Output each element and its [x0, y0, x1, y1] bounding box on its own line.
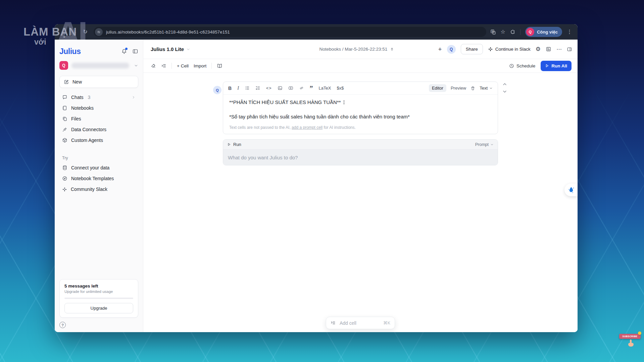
cell-type-dropdown[interactable]: Text	[480, 86, 493, 91]
italic-icon[interactable]: I	[237, 85, 239, 91]
notebook-model-dropdown[interactable]: Julius 1.0 Lite	[151, 46, 190, 52]
sidebar-item-connect-your-data[interactable]: Connect your data	[59, 162, 138, 173]
julius-assistant-tab[interactable]	[564, 184, 578, 196]
prompt-input[interactable]	[228, 155, 493, 160]
workspace-switcher[interactable]: Q	[59, 61, 138, 70]
bell-icon	[638, 331, 641, 335]
try-section-nav: Connect your data Notebook Templates	[59, 162, 138, 195]
text-cell-hint: Text cells are not passed to the AI, add…	[229, 125, 492, 130]
site-info-icon[interactable]	[95, 28, 103, 36]
quote-icon[interactable]: ”	[310, 86, 313, 90]
code-icon[interactable]: <>	[266, 86, 272, 91]
run-all-label: Run All	[551, 63, 567, 68]
address-bar[interactable]: julius.ai/notebooks/6c2d51b1-b218-4d8d-9…	[94, 27, 486, 37]
prompt-type-dropdown[interactable]: Prompt	[475, 142, 494, 147]
new-button[interactable]: New	[59, 76, 138, 88]
list-collapse-icon[interactable]	[161, 63, 166, 68]
chevron-down-icon	[490, 143, 494, 146]
pointing-hand-icon	[628, 340, 634, 347]
extensions-icon[interactable]	[510, 29, 515, 35]
sidebar-item-label: Custom Agents	[71, 138, 103, 143]
back-icon[interactable]: ←	[59, 27, 69, 37]
database-icon	[62, 165, 67, 170]
bookmark-star-icon[interactable]: ☆	[501, 29, 505, 35]
schedule-button[interactable]: Schedule	[509, 63, 535, 68]
notebook-header: Julius 1.0 Lite Notebooks / Mar-5-2026-2…	[143, 40, 578, 59]
julius-app: Julius Q	[55, 40, 578, 332]
add-cell-shortcut: ⌘K	[383, 320, 390, 325]
continue-in-slack-button[interactable]: Continue in Slack	[488, 47, 531, 52]
new-edit-icon	[64, 79, 69, 85]
import-button[interactable]: Import	[194, 63, 206, 68]
prompt-cell: Run Prompt	[223, 139, 498, 165]
sidebar-item-files[interactable]: Files	[59, 113, 138, 124]
sidebar-item-data-connectors[interactable]: Data Connectors	[59, 124, 138, 135]
sidebar-header: Julius	[59, 47, 138, 56]
invite-plus-icon[interactable]: +	[438, 46, 442, 52]
link-icon[interactable]	[299, 86, 304, 91]
preview-tab[interactable]: Preview	[451, 86, 466, 91]
sidebar-item-community-slack[interactable]: Community Slack	[59, 184, 138, 195]
notebook-toolbar: + Cell Import Schedule	[143, 59, 578, 73]
trash-icon[interactable]	[470, 86, 475, 91]
sidebar-item-label: Notebooks	[71, 105, 94, 111]
latex-button[interactable]: LaTeX	[319, 86, 331, 91]
open-book-icon[interactable]	[217, 63, 222, 69]
forward-icon[interactable]: →	[69, 27, 80, 37]
sidebar-item-label: Chats	[71, 95, 84, 100]
workspace-avatar: Q	[59, 61, 68, 70]
help-icon[interactable]: ?	[59, 322, 66, 328]
svg-text:G: G	[492, 30, 493, 32]
notifications-bell-icon[interactable]	[121, 48, 127, 54]
share-button[interactable]: Share	[461, 44, 483, 54]
eraser-icon[interactable]	[151, 63, 156, 68]
image-icon[interactable]	[278, 86, 283, 91]
video-icon[interactable]	[288, 86, 293, 91]
settings-gear-icon[interactable]: ⚙	[536, 46, 541, 52]
reload-icon[interactable]: ↻	[80, 27, 90, 37]
browser-toolbar: ← → ↻ julius.ai/notebooks/6c2d51b1-b218-…	[55, 24, 578, 40]
browser-menu-icon[interactable]: ⋮	[567, 29, 572, 35]
add-cell-toolbar-button[interactable]: + Cell	[177, 63, 189, 68]
notebook-icon	[62, 105, 67, 111]
bold-icon[interactable]: B	[228, 86, 232, 91]
upgrade-button[interactable]: Upgrade	[64, 303, 133, 313]
run-all-button[interactable]: Run All	[541, 61, 572, 71]
more-options-icon[interactable]: ⋯	[556, 47, 562, 52]
bullet-list-icon[interactable]	[245, 86, 250, 91]
sidebar-item-custom-agents[interactable]: Custom Agents	[59, 135, 138, 146]
notebook-title: Julius 1.0 Lite	[151, 46, 184, 52]
run-button[interactable]: Run	[227, 142, 241, 147]
move-cell-down-icon[interactable]	[503, 90, 507, 93]
subscribe-button[interactable]: SUBSCRIBE	[619, 334, 641, 339]
reader-icon[interactable]	[546, 46, 551, 52]
text-cell: B I <>	[223, 82, 498, 134]
inline-math-button[interactable]: $x$	[337, 86, 344, 91]
notebook-canvas: Q B I	[143, 73, 578, 332]
text-cell-editor[interactable]: **PHÂN TÍCH HIỆU SUẤT SALES HÀNG TUẦN** …	[223, 95, 498, 134]
browser-profile-chip[interactable]: Q Công việc	[525, 27, 562, 37]
sidebar-item-chats[interactable]: Chats 3	[59, 92, 138, 103]
numbered-list-icon[interactable]	[255, 86, 260, 91]
add-cell-label: Add cell	[340, 320, 356, 326]
julius-logo[interactable]: Julius	[59, 47, 81, 56]
sidebar-item-notebooks[interactable]: Notebooks	[59, 103, 138, 113]
sidebar-item-notebook-templates[interactable]: Notebook Templates	[59, 173, 138, 184]
collaborator-avatar[interactable]: Q	[447, 45, 456, 54]
translate-icon[interactable]: G	[490, 29, 496, 35]
prompt-cell-body	[223, 150, 498, 165]
droplet-sparkle-icon	[567, 186, 575, 194]
split-panel-icon[interactable]	[567, 47, 572, 52]
cells-container: Q B I	[223, 82, 498, 165]
add-prompt-cell-link[interactable]: add a prompt cell	[292, 125, 323, 130]
collapse-sidebar-icon[interactable]	[132, 48, 138, 54]
prompt-type-label: Prompt	[475, 142, 489, 147]
move-cell-up-icon[interactable]	[503, 83, 507, 86]
play-icon	[545, 64, 549, 68]
toolbar-divider	[171, 63, 172, 69]
breadcrumb[interactable]: Notebooks / Mar-5-2026-22:23:51	[319, 47, 394, 52]
editor-tab[interactable]: Editor	[429, 84, 446, 92]
add-cell-list-icon	[331, 320, 336, 325]
chevron-right-icon	[132, 95, 136, 99]
add-cell-button[interactable]: Add cell ⌘K	[326, 317, 395, 329]
